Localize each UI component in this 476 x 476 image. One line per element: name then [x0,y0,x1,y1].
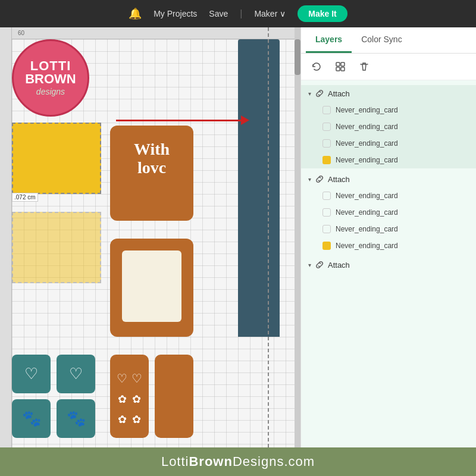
layer-placeholder-2 [322,123,331,131]
layer-name-1-4: Never_ending_card [336,156,398,164]
layer-item-2-2[interactable]: Never_ending_card [301,204,476,221]
panel-tabs: Layers Color Sync [301,27,476,54]
layer-placeholder-6 [322,208,331,217]
heart-small-2: ♡ [131,371,142,386]
brown-flower-card-2[interactable] [155,355,193,438]
paw-icon-1: 🐾 [22,409,41,428]
layer-item-2-3[interactable]: Never_ending_card [301,221,476,237]
layer-name-2-3: Never_ending_card [336,225,398,233]
teal-square-3[interactable]: 🐾 [12,399,51,438]
scrollbar-thumb[interactable] [295,39,300,75]
make-it-button[interactable]: Make It [298,5,347,22]
footer-text: LottiBrownDesigns.com [161,454,315,469]
chevron-icon-1: ▾ [308,90,311,97]
layer-placeholder-5 [322,192,331,200]
link-icon-2 [315,174,324,184]
layer-item-2-4[interactable]: Never_ending_card [301,237,476,254]
teal-square-2[interactable]: ♡ [57,355,95,393]
svg-rect-1 [341,62,345,66]
yellow-rect-2[interactable] [12,212,101,283]
bell-icon[interactable]: 🔔 [129,7,142,20]
logo-lotti: LOTTI [30,60,71,73]
yellow-rect-1[interactable] [12,123,101,194]
layer-item-1-3[interactable]: Never_ending_card [301,135,476,152]
footer-designs: Designs.com [233,454,315,469]
tab-color-sync[interactable]: Color Sync [352,27,411,53]
layer-item-1-4[interactable]: Never_ending_card [301,152,476,168]
canvas-area[interactable]: 60 LOTTI BROWN designs .072 cm 6.072 cm … [0,27,300,447]
heart-small-1: ♡ [117,371,127,386]
layer-item-1-2[interactable]: Never_ending_card [301,118,476,135]
layer-item-2-1[interactable]: Never_ending_card [301,187,476,204]
teal-square-1[interactable]: ♡ [12,355,51,393]
canvas-grid[interactable]: 60 LOTTI BROWN designs .072 cm 6.072 cm … [0,27,300,447]
ruler-top: 60 [0,27,300,39]
layer-name-2-4: Never_ending_card [336,242,398,250]
top-nav: 🔔 My Projects Save | Maker ∨ Make It [0,0,476,27]
right-panel: Layers Color Sync [300,27,476,447]
undo-icon[interactable] [308,58,325,75]
layer-placeholder-7 [322,225,331,233]
layers-content[interactable]: ▾ Attach Never_ending_card Never_ending_… [301,80,476,447]
svg-rect-2 [336,67,340,71]
layer-name-2-2: Never_ending_card [336,208,398,217]
attach-group-2: ▾ Attach Never_ending_card Never_ending_… [301,171,476,254]
attach-label-3: Attach [328,261,350,270]
arrow-line [116,120,241,121]
heart-icon-2: ♡ [69,365,83,383]
layer-item-1-1[interactable]: Never_ending_card [301,102,476,118]
layer-name-2-1: Never_ending_card [336,192,398,200]
footer-lotti: Lotti [161,454,189,469]
canvas-scrollbar[interactable] [295,27,300,447]
flower-2: ✿ [132,393,141,406]
group-icon[interactable] [332,58,349,75]
layer-name-1-2: Never_ending_card [336,123,398,131]
teal-square-4[interactable]: 🐾 [57,399,95,438]
delete-icon[interactable] [356,58,372,75]
attach-label-2: Attach [328,175,350,184]
red-arrow [116,115,249,125]
heart-icon-1: ♡ [24,365,38,383]
footer: LottiBrownDesigns.com [0,447,476,476]
logo-brown: BROWN [25,73,76,86]
flower-3: ✿ [118,413,127,426]
attach-header-1[interactable]: ▾ Attach [301,85,476,102]
logo-designs: designs [36,87,65,96]
svg-rect-3 [341,67,345,71]
maker-dropdown[interactable]: Maker ∨ [254,9,286,18]
attach-group-1: ▾ Attach Never_ending_card Never_ending_… [301,85,476,168]
panel-toolbar [301,54,476,80]
brown-flower-card-1[interactable]: ♡ ♡ ✿ ✿ ✿ ✿ [110,355,149,438]
paw-icon-2: 🐾 [67,409,86,428]
ruler-left [0,27,12,447]
footer-brown: Brown [189,454,232,469]
with-love-text: Withlovc [122,140,181,177]
flower-1: ✿ [118,393,127,406]
chevron-icon-3: ▾ [308,262,311,268]
link-icon-3 [315,260,324,270]
layer-name-1-1: Never_ending_card [336,106,398,114]
layer-placeholder-3 [322,139,331,148]
tall-teal-bar[interactable] [238,39,280,337]
cream-inner[interactable] [122,250,181,322]
chevron-icon-2: ▾ [308,176,311,183]
nav-separator: | [240,8,242,19]
tab-layers[interactable]: Layers [306,27,352,53]
arrow-head [241,115,249,125]
flower-4: ✿ [132,413,141,426]
layer-name-1-3: Never_ending_card [336,139,398,148]
measure-label-1: .072 cm [12,193,38,202]
svg-rect-0 [336,62,340,66]
attach-header-2[interactable]: ▾ Attach [301,171,476,187]
layer-color-dot-2 [322,242,331,250]
main-area: 60 LOTTI BROWN designs .072 cm 6.072 cm … [0,27,476,447]
logo-circle: LOTTI BROWN designs [12,39,89,117]
my-projects-link[interactable]: My Projects [154,9,197,18]
attach-header-3[interactable]: ▾ Attach [301,256,476,273]
dashed-line [268,27,269,447]
attach-label-1: Attach [328,89,350,98]
attach-group-3: ▾ Attach [301,256,476,273]
link-icon-1 [315,89,324,98]
save-link[interactable]: Save [209,9,228,18]
layer-color-dot-1 [322,156,331,164]
